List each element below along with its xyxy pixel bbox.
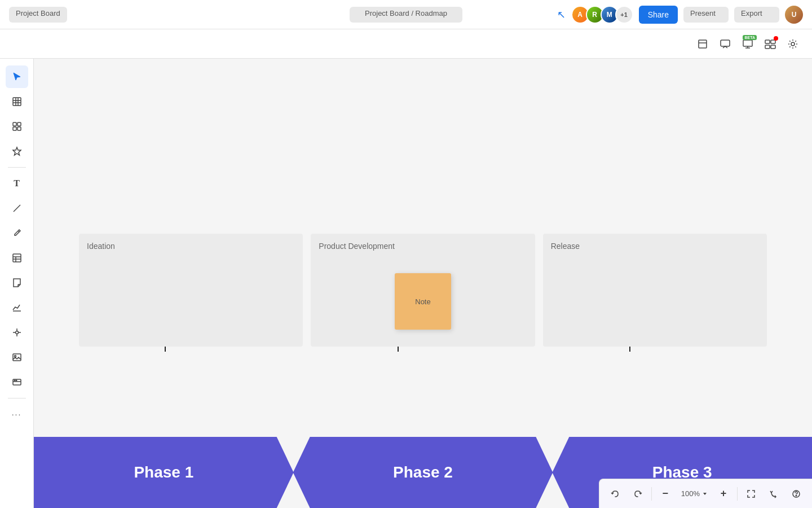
- tool-table[interactable]: [6, 247, 28, 269]
- svg-point-39: [14, 380, 15, 381]
- undo-button[interactable]: [606, 485, 624, 503]
- connect-icon-btn[interactable]: [760, 34, 780, 54]
- svg-rect-16: [13, 122, 16, 126]
- beta-badge: BETA: [743, 35, 757, 40]
- svg-rect-35: [13, 354, 21, 361]
- svg-rect-6: [765, 40, 770, 43]
- swimlane-release-label: Release: [551, 242, 759, 251]
- svg-point-49: [796, 495, 797, 496]
- svg-marker-20: [13, 147, 21, 155]
- top-header: Project Board Project Board / Roadmap ↖ …: [0, 0, 812, 29]
- svg-rect-3: [743, 40, 752, 46]
- swimlane-ideation: Ideation: [79, 234, 303, 347]
- phase-2-banner: Phase 2: [293, 437, 553, 508]
- redo-button[interactable]: [629, 485, 647, 503]
- header-left: Project Board: [9, 7, 67, 23]
- help-button[interactable]: [787, 485, 805, 503]
- tool-text[interactable]: T: [6, 172, 28, 195]
- tool-cursor[interactable]: [6, 65, 28, 88]
- tool-pen[interactable]: [6, 222, 28, 244]
- header-title[interactable]: Project Board: [9, 7, 67, 23]
- current-user-avatar[interactable]: U: [785, 6, 803, 24]
- tool-favorites[interactable]: [6, 140, 28, 163]
- zoom-display[interactable]: 100%: [679, 489, 710, 498]
- svg-rect-2: [721, 40, 730, 46]
- sidebar-divider-1: [8, 167, 26, 168]
- swimlane-release: Release: [543, 234, 767, 347]
- present-icon-btn[interactable]: BETA: [738, 34, 758, 54]
- comment-icon-btn[interactable]: [715, 34, 735, 54]
- settings-icon-btn[interactable]: [783, 34, 803, 54]
- left-sidebar: T: [0, 59, 34, 508]
- phase-2-label: Phase 2: [393, 463, 453, 481]
- breadcrumb[interactable]: Project Board / Roadmap: [350, 7, 462, 23]
- tool-line[interactable]: [6, 197, 28, 220]
- header-action2[interactable]: Export: [734, 7, 779, 23]
- tool-sticky[interactable]: [6, 271, 28, 294]
- phase-1-label: Phase 1: [134, 463, 193, 481]
- header-center: Project Board / Roadmap: [350, 7, 462, 23]
- svg-point-10: [791, 42, 795, 46]
- header-action1[interactable]: Present: [683, 7, 729, 23]
- tool-chart[interactable]: [6, 296, 28, 319]
- swimlane-ideation-label: Ideation: [87, 242, 295, 251]
- toolbar-divider-1: [651, 487, 652, 501]
- avatar-group: A R M +1: [571, 6, 633, 24]
- svg-rect-0: [699, 40, 707, 48]
- pointer-icon: ↖: [557, 8, 566, 21]
- tool-frames[interactable]: [6, 90, 28, 113]
- swimlanes-container: Ideation Product Development Note Releas…: [79, 234, 767, 347]
- svg-rect-23: [13, 254, 21, 262]
- main-canvas[interactable]: Ideation Product Development Note Releas…: [34, 59, 812, 508]
- svg-rect-18: [13, 127, 16, 130]
- swimlane-product-dev: Product Development Note: [311, 234, 535, 347]
- phase-1-banner: Phase 1: [34, 437, 294, 508]
- notification-dot: [774, 36, 778, 41]
- svg-line-21: [14, 205, 20, 212]
- tool-components[interactable]: [6, 115, 28, 138]
- history-button[interactable]: [765, 485, 783, 503]
- tool-embed[interactable]: [6, 371, 28, 393]
- svg-rect-9: [771, 45, 775, 49]
- fit-button[interactable]: [742, 485, 760, 503]
- sidebar-divider-2: [8, 398, 26, 398]
- tool-mindmap[interactable]: [6, 321, 28, 344]
- tool-more[interactable]: ···: [6, 403, 28, 426]
- svg-point-40: [16, 380, 17, 381]
- toolbar-divider-2: [737, 487, 738, 501]
- share-button[interactable]: Share: [639, 6, 678, 24]
- toolbar-strip: BETA: [0, 29, 812, 59]
- svg-rect-8: [765, 45, 770, 49]
- zoom-value: 100%: [681, 489, 700, 498]
- note-card[interactable]: Note: [395, 273, 451, 330]
- tool-image[interactable]: [6, 346, 28, 369]
- avatar-overflow: +1: [615, 6, 633, 24]
- svg-rect-19: [17, 127, 21, 130]
- zoom-out-button[interactable]: −: [656, 485, 674, 503]
- zoom-in-button[interactable]: +: [714, 485, 732, 503]
- swimlane-product-dev-label: Product Development: [319, 242, 527, 251]
- note-label: Note: [415, 297, 430, 306]
- svg-rect-17: [17, 122, 21, 126]
- header-right: ↖ A R M +1 Share Present Export U: [557, 6, 803, 24]
- svg-marker-47: [703, 493, 707, 495]
- bottom-toolbar: − 100% +: [599, 479, 812, 508]
- frames-icon-btn[interactable]: [692, 34, 713, 54]
- svg-line-22: [18, 231, 19, 232]
- svg-point-30: [15, 331, 18, 334]
- svg-rect-11: [13, 98, 21, 106]
